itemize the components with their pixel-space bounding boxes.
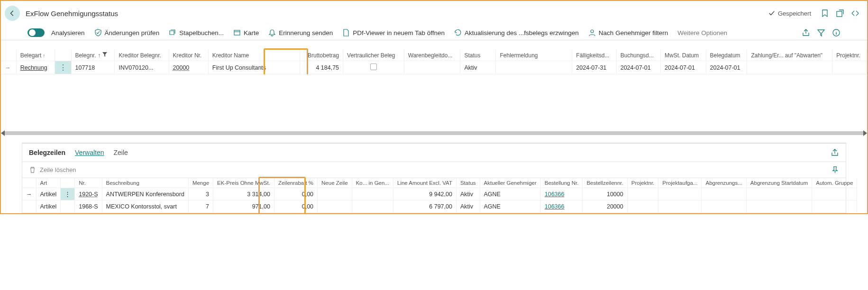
popout-icon[interactable] xyxy=(836,9,844,18)
lcell-type[interactable]: Artikel xyxy=(36,188,61,200)
lcell-order-line-no[interactable]: 10000 xyxy=(583,188,627,200)
lines-grid-row[interactable]: → Artikel ⋮ 1920-S ANTWERPEN Konferensbo… xyxy=(22,188,857,200)
lcol-approver[interactable]: Aktueller Genehmiger xyxy=(480,178,540,188)
lcell-line-amount[interactable]: 9 942,00 xyxy=(393,188,457,200)
lcol-description[interactable]: Beschreibung xyxy=(102,178,188,188)
col-doc-type[interactable]: Belegart xyxy=(16,50,55,61)
lcell-description[interactable]: MEXICO Kontorsstol, svart xyxy=(102,200,188,213)
col-vat-date[interactable]: MwSt. Datum xyxy=(661,50,706,61)
lcol-deferral-start[interactable]: Abgrenzung Startdatum xyxy=(746,178,812,188)
cell-vendor-name[interactable]: First Up Consultants xyxy=(208,61,300,74)
lcell-project-task[interactable] xyxy=(658,188,702,200)
lcell-unit-cost[interactable]: 971,00 xyxy=(213,200,274,213)
lcell-order-no[interactable]: 106366 xyxy=(545,203,565,210)
lcell-project-no[interactable] xyxy=(627,200,658,213)
lcell-deferral-start[interactable] xyxy=(746,200,812,213)
cell-posting-date[interactable]: 2024-07-01 xyxy=(616,61,660,74)
row-menu-button[interactable]: ⋮ xyxy=(64,191,71,198)
col-confidential[interactable]: Vertraulicher Beleg xyxy=(343,50,404,61)
lcell-autom-group[interactable] xyxy=(812,200,857,213)
col-due-date[interactable]: Fälligkeitsd... xyxy=(572,50,616,61)
col-error-msg[interactable]: Fehlermeldung xyxy=(496,50,572,61)
lcell-line-amount[interactable]: 6 797,00 xyxy=(393,200,457,213)
col-vendor-no[interactable]: Kreditor Nr. xyxy=(169,50,208,61)
col-status[interactable]: Status xyxy=(460,50,496,61)
lcell-status[interactable]: Aktiv xyxy=(456,200,480,213)
lines-grid[interactable]: Art Nr. Beschreibung Menge EK-Preis Ohne… xyxy=(22,178,857,213)
lines-share-icon[interactable] xyxy=(831,148,839,157)
lcell-deferral-start[interactable] xyxy=(746,188,812,200)
doc-type-link[interactable]: Rechnung xyxy=(20,64,47,71)
batch-post-button[interactable]: Stapelbuchen... xyxy=(169,29,224,36)
pin-icon[interactable] xyxy=(831,166,839,174)
confidential-checkbox[interactable] xyxy=(370,63,377,70)
horizontal-scrollbar[interactable] xyxy=(5,131,863,135)
col-project-no[interactable]: Projektnr. xyxy=(832,50,867,61)
more-options-button[interactable]: Weitere Optionen xyxy=(677,29,727,36)
lcell-no[interactable]: 1920-S xyxy=(79,191,98,198)
lcell-status[interactable]: Aktiv xyxy=(456,188,480,200)
col-gross-amount[interactable]: Bruttobetrag xyxy=(300,50,343,61)
lcell-deferral[interactable] xyxy=(702,188,746,200)
card-button[interactable]: Karte xyxy=(233,29,259,36)
tab-line[interactable]: Zeile xyxy=(114,149,128,156)
force-update-button[interactable]: Aktualisierung des ...fsbelegs erzwingen xyxy=(454,29,579,36)
cell-gross-amount[interactable]: 4 184,75 xyxy=(300,61,343,74)
share-icon[interactable] xyxy=(802,28,810,37)
lcell-no[interactable]: 1968-S xyxy=(75,200,102,213)
filter-approver-button[interactable]: Nach Genehmiger filtern xyxy=(588,29,668,36)
cell-payment-hold[interactable] xyxy=(747,61,832,74)
lcol-order-line-no[interactable]: Bestellzeilennr. xyxy=(583,178,627,188)
lcell-approver[interactable]: AGNE xyxy=(480,188,540,200)
lcol-ko-in-gen[interactable]: Ko... in Gen... xyxy=(352,178,393,188)
lcol-line-amount[interactable]: Line Amount Excl. VAT xyxy=(393,178,457,188)
lcol-unit-cost[interactable]: EK-Preis Ohne MwSt. xyxy=(213,178,274,188)
lcell-qty[interactable]: 7 xyxy=(188,200,213,213)
cell-status[interactable]: Aktiv xyxy=(460,61,496,74)
lcell-approver[interactable]: AGNE xyxy=(480,200,540,213)
cell-doc-no[interactable]: 107718 xyxy=(71,61,115,74)
col-receipt-doc[interactable]: Warenbegleitdo... xyxy=(404,50,460,61)
lcell-type[interactable]: Artikel xyxy=(36,200,61,213)
lcol-deferral[interactable]: Abgrenzungs... xyxy=(702,178,746,188)
lcell-order-no[interactable]: 106366 xyxy=(545,191,565,198)
lcol-new-line[interactable]: Neue Zeile xyxy=(318,178,352,188)
analyze-toggle[interactable]: Analysieren xyxy=(27,28,85,37)
row-menu-button[interactable]: ⋮ xyxy=(59,63,66,72)
cell-project-no[interactable] xyxy=(832,61,867,74)
lcell-deferral[interactable] xyxy=(702,200,746,213)
lcell-qty[interactable]: 3 xyxy=(188,188,213,200)
lcol-project-task[interactable]: Projektaufga... xyxy=(658,178,702,188)
cell-vat-date[interactable]: 2024-07-01 xyxy=(661,61,706,74)
cell-due-date[interactable]: 2024-07-31 xyxy=(572,61,616,74)
review-changes-button[interactable]: Änderungen prüfen xyxy=(94,29,160,36)
lcol-qty[interactable]: Menge xyxy=(188,178,213,188)
lcol-status[interactable]: Status xyxy=(456,178,480,188)
lcell-unit-cost[interactable]: 3 314,00 xyxy=(213,188,274,200)
lcell-description[interactable]: ANTWERPEN Konferensbord xyxy=(102,188,188,200)
back-button[interactable] xyxy=(5,6,20,21)
lcol-autom-group[interactable]: Autom. Gruppe xyxy=(812,178,857,188)
col-doc-no[interactable]: Belegnr. ↑ xyxy=(71,50,115,61)
col-posting-date[interactable]: Buchungsd... xyxy=(616,50,660,61)
lcell-line-discount[interactable]: 0,00 xyxy=(274,188,317,200)
pdf-viewer-button[interactable]: PDf-Viewer in neuem Tab öffnen xyxy=(342,29,445,36)
cell-vendor-no[interactable]: 20000 xyxy=(173,64,190,71)
lcell-order-line-no[interactable]: 20000 xyxy=(583,200,627,213)
lcell-autom-group[interactable] xyxy=(812,188,857,200)
lcell-line-discount[interactable]: 0,00 xyxy=(274,200,317,213)
lcol-order-no[interactable]: Bestellung Nr. xyxy=(540,178,583,188)
lcell-project-no[interactable] xyxy=(627,188,658,200)
lcol-project-no[interactable]: Projektnr. xyxy=(627,178,658,188)
col-doc-date[interactable]: Belegdatum xyxy=(706,50,747,61)
lcol-type[interactable]: Art xyxy=(36,178,61,188)
lcell-project-task[interactable] xyxy=(658,200,702,213)
main-grid[interactable]: Belegart Belegnr. ↑ Kreditor Belegnr. Kr… xyxy=(1,50,867,74)
cell-receipt-doc[interactable] xyxy=(404,61,460,74)
col-vendor-doc-no[interactable]: Kreditor Belegnr. xyxy=(115,50,169,61)
tab-manage[interactable]: Verwalten xyxy=(75,149,104,156)
send-reminder-button[interactable]: Erinnerung senden xyxy=(268,29,333,36)
collapse-icon[interactable] xyxy=(851,9,859,18)
lcol-line-discount[interactable]: Zeilenrabatt % xyxy=(274,178,317,188)
filter-icon[interactable] xyxy=(817,28,825,37)
